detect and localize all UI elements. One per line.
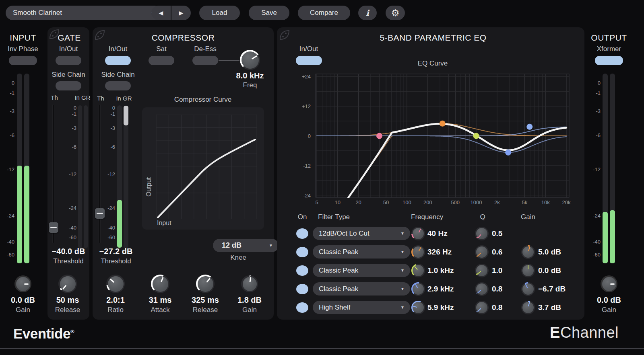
eq-band4-gain-knob[interactable] bbox=[521, 282, 535, 296]
input-meter-scale-0: 0 bbox=[12, 80, 14, 86]
eq-band5-freq-knob[interactable] bbox=[411, 301, 425, 314]
gate-side-chain-toggle[interactable] bbox=[56, 81, 81, 90]
preset-prev-button[interactable]: ◀ bbox=[151, 6, 171, 20]
settings-button[interactable]: ⚙ bbox=[386, 6, 405, 20]
eq-band2-freq-knob[interactable] bbox=[411, 245, 425, 259]
compressor-sat-toggle[interactable] bbox=[149, 56, 174, 65]
input-meter-scale-3: -6 bbox=[10, 132, 14, 138]
compressor-release-knob[interactable] bbox=[196, 275, 215, 293]
eq-band4-freq-value: 2.9 kHz bbox=[427, 285, 454, 293]
eq-band2-q-knob[interactable] bbox=[475, 245, 489, 259]
eq-band2-filter-dropdown[interactable]: Classic Peak▼ bbox=[313, 245, 410, 259]
input-inv-phase-toggle[interactable] bbox=[9, 56, 37, 65]
gate-threshold-slider-handle[interactable] bbox=[49, 222, 58, 233]
compressor-attack-knob[interactable] bbox=[151, 275, 169, 293]
eq-band1-freq-value: 40 Hz bbox=[427, 229, 448, 238]
gate-gr-meter bbox=[84, 105, 88, 248]
compressor-side-chain-toggle[interactable] bbox=[105, 81, 131, 90]
compressor-threshold-slider-track bbox=[99, 105, 100, 243]
eq-band1-filter-dropdown[interactable]: 12dB/Oct Lo Cut▼ bbox=[313, 227, 410, 240]
eq-band3-gain-knob[interactable] bbox=[521, 264, 535, 277]
knob-pointer bbox=[419, 228, 421, 232]
eq-band4-freq-knob[interactable] bbox=[411, 282, 425, 296]
output-meter-scale-0: 0 bbox=[598, 80, 601, 86]
knee-dropdown[interactable]: 12 dB ▼ bbox=[213, 239, 279, 252]
compressor-sat-label: Sat bbox=[156, 45, 167, 53]
eq-band1-on-toggle[interactable] bbox=[296, 228, 308, 239]
gate-in-out-toggle[interactable] bbox=[56, 56, 81, 65]
gate-meter-scale-0: 0 bbox=[74, 105, 76, 111]
input-meter-scale-6: -40 bbox=[7, 239, 14, 245]
output-xformer-toggle[interactable] bbox=[595, 56, 623, 65]
gate-release-knob[interactable] bbox=[58, 275, 77, 293]
eq-band2-on-toggle[interactable] bbox=[296, 247, 308, 257]
output-gain-knob[interactable] bbox=[601, 275, 617, 292]
knob-pointer bbox=[610, 283, 615, 285]
eq-band1-handle[interactable] bbox=[376, 133, 382, 139]
info-button[interactable]: i bbox=[358, 6, 377, 20]
eq-in-out-toggle[interactable] bbox=[296, 56, 322, 65]
eq-band1-q-knob[interactable] bbox=[475, 227, 489, 240]
eq-curve-plot[interactable] bbox=[315, 74, 570, 198]
preset-next-button[interactable]: ▶ bbox=[171, 6, 191, 20]
eq-band3-q-knob[interactable] bbox=[475, 264, 489, 277]
eq-band4-handle[interactable] bbox=[505, 150, 511, 156]
eq-band5-q-knob[interactable] bbox=[475, 301, 489, 314]
gear-icon: ⚙ bbox=[391, 8, 400, 18]
knob-pointer bbox=[249, 277, 251, 282]
compressor-de-ess-label: De-Ess bbox=[194, 45, 217, 53]
eq-band2-handle[interactable] bbox=[440, 121, 446, 127]
input-meter-scale-4: -12 bbox=[7, 166, 14, 172]
compressor-de-ess-toggle[interactable] bbox=[192, 56, 218, 65]
eq-band3-filter-dropdown[interactable]: Classic Peak▼ bbox=[313, 264, 410, 277]
eq-curve-svg[interactable] bbox=[315, 74, 570, 198]
input-gain-knob[interactable] bbox=[14, 275, 31, 292]
eq-band3-on-toggle[interactable] bbox=[296, 265, 308, 276]
knob-pointer bbox=[525, 284, 528, 288]
input-meter-scale-1: -1 bbox=[10, 90, 14, 96]
compressor-ratio-knob[interactable] bbox=[106, 275, 125, 293]
eq-band1-freq-knob[interactable] bbox=[411, 227, 425, 240]
compressor-threshold-slider-handle[interactable] bbox=[95, 208, 105, 219]
output-meter-scale-6: -40 bbox=[593, 239, 601, 245]
de-ess-freq-knob[interactable] bbox=[240, 50, 260, 70]
next-icon: ▶ bbox=[179, 10, 184, 16]
input-title: INPUT bbox=[10, 33, 36, 43]
compressor-meter-scale-3: -6 bbox=[110, 144, 115, 150]
compressor-gain-value: 1.8 dB bbox=[237, 295, 262, 305]
eq-col-filter-type: Filter Type bbox=[318, 213, 350, 221]
eq-band4-q-knob[interactable] bbox=[475, 282, 489, 296]
eq-x-tick-8: 2k bbox=[494, 199, 500, 205]
gate-meter-scale-7: -60 bbox=[69, 234, 76, 240]
eq-x-tick-10: 10k bbox=[541, 199, 550, 205]
compressor-release-value: 325 ms bbox=[192, 295, 219, 305]
eq-band3-handle[interactable] bbox=[473, 133, 479, 139]
compressor-side-chain-label: Side Chain bbox=[101, 71, 134, 79]
eq-band4-filter-dropdown[interactable]: Classic Peak▼ bbox=[313, 282, 410, 295]
preset-selector[interactable]: Smooth Clarinet ▼ bbox=[6, 6, 162, 20]
compressor-gain-knob[interactable] bbox=[241, 275, 258, 292]
compressor-gain-label: Gain bbox=[242, 306, 257, 314]
gate-meter-scale-3: -6 bbox=[72, 144, 76, 150]
echannel-logo: EChannel bbox=[550, 324, 619, 341]
eq-band3-freq-knob[interactable] bbox=[411, 264, 425, 277]
eq-band5-gain-knob[interactable] bbox=[521, 301, 535, 314]
knob-pointer bbox=[62, 285, 67, 290]
eq-x-tick-11: 20k bbox=[562, 199, 571, 205]
gate-release-value: 50 ms bbox=[56, 295, 79, 305]
load-button[interactable]: Load bbox=[199, 6, 240, 20]
output-meter-scale-7: -60 bbox=[593, 252, 601, 258]
save-button[interactable]: Save bbox=[249, 6, 289, 20]
eq-x-tick-0: 5 bbox=[315, 199, 318, 205]
eq-band5-filter-dropdown[interactable]: High Shelf▼ bbox=[313, 301, 410, 314]
eq-band2-gain-knob[interactable] bbox=[521, 245, 535, 259]
compressor-in-out-toggle[interactable] bbox=[105, 56, 131, 65]
eq-band5-on-toggle[interactable] bbox=[296, 302, 308, 313]
knob-pointer bbox=[528, 265, 529, 269]
compare-button[interactable]: Compare bbox=[298, 6, 350, 20]
gate-th-label: Th bbox=[51, 94, 58, 101]
eq-title: 5-BAND PARAMETRIC EQ bbox=[380, 33, 486, 43]
compressor-th-label: Th bbox=[97, 95, 104, 102]
eq-band5-handle[interactable] bbox=[526, 124, 533, 130]
eq-band4-on-toggle[interactable] bbox=[296, 284, 308, 294]
